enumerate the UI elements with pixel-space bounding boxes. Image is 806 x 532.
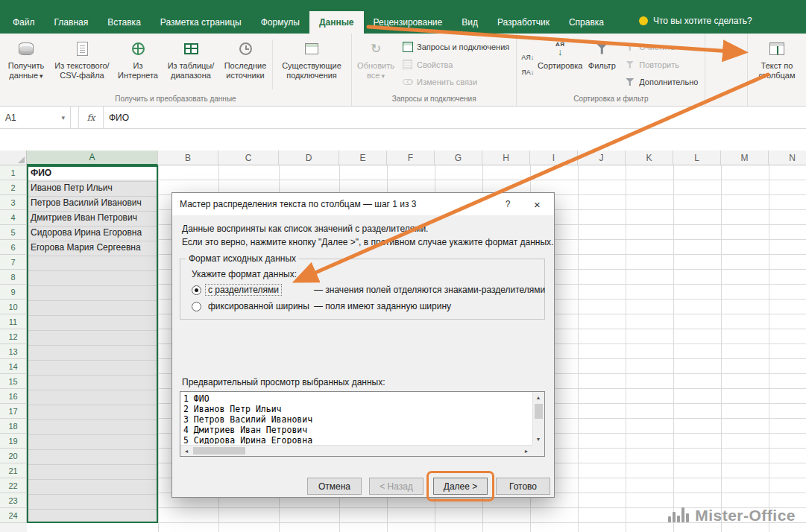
row-header-1[interactable]: 1 <box>0 165 27 180</box>
cell-A3[interactable]: Петров Василий Иванович <box>27 195 158 210</box>
next-button[interactable]: Далее > <box>433 478 488 495</box>
edit-links-button[interactable]: Изменить связи <box>399 75 512 89</box>
scroll-down-icon[interactable]: ▼ <box>532 434 544 445</box>
clear-filter-button[interactable]: Очистить <box>621 40 701 54</box>
row-header-21[interactable]: 21 <box>0 463 27 478</box>
row-header-17[interactable]: 17 <box>0 404 27 419</box>
row-header-19[interactable]: 19 <box>0 434 27 449</box>
row-header-12[interactable]: 12 <box>0 329 27 344</box>
cell-A1[interactable]: ФИО <box>27 165 158 180</box>
cancel-button[interactable]: Отмена <box>307 478 362 495</box>
reapply-filter-button[interactable]: Повторить <box>621 57 701 72</box>
ribbon-tab-file[interactable]: Файл <box>3 11 45 34</box>
tell-me[interactable]: Что вы хотите сделать? <box>639 16 752 34</box>
ribbon-tab-review[interactable]: Рецензирование <box>364 11 453 34</box>
back-button[interactable]: < Назад <box>369 478 424 495</box>
clear-filter-icon <box>626 43 634 51</box>
row-header-10[interactable]: 10 <box>0 300 27 314</box>
fixed-width-radio[interactable] <box>192 302 201 311</box>
sort-ascending-button[interactable]: АЯ↓ <box>521 54 534 61</box>
row-header-11[interactable]: 11 <box>0 314 27 329</box>
queries-connections-button[interactable]: Запросы и подключения <box>399 40 512 54</box>
from-text-csv-button[interactable]: Из текстового/ CSV-файла <box>50 35 114 94</box>
ribbon-tab-page-layout[interactable]: Разметка страницы <box>151 11 251 34</box>
scroll-right-icon[interactable]: ► <box>520 446 532 457</box>
row-header-16[interactable]: 16 <box>0 389 27 404</box>
row-header-22[interactable]: 22 <box>0 478 27 493</box>
cell-A6[interactable]: Егорова Мария Сергеевна <box>27 240 158 255</box>
ribbon-tab-help[interactable]: Справка <box>559 11 614 34</box>
row-header-9[interactable]: 9 <box>0 285 27 300</box>
row-header-24[interactable]: 24 <box>0 508 27 523</box>
delimited-radio-label[interactable]: с разделителями <box>206 285 281 295</box>
sort-descending-button[interactable]: ЯА↓ <box>521 69 534 76</box>
cell-A5[interactable]: Сидорова Ирина Егоровна <box>27 225 158 240</box>
existing-connections-button[interactable]: Существующие подключения <box>274 35 349 94</box>
get-data-button[interactable]: Получить данные▾ <box>2 35 50 94</box>
column-header-B[interactable]: B <box>158 151 218 165</box>
column-header-C[interactable]: C <box>218 151 279 165</box>
column-header-G[interactable]: G <box>435 151 482 165</box>
row-header-15[interactable]: 15 <box>0 374 27 389</box>
scroll-up-icon[interactable]: ▲ <box>532 392 544 403</box>
preview-horizontal-scrollbar[interactable]: ◄ ► <box>180 445 532 456</box>
close-icon[interactable]: × <box>520 193 554 215</box>
ribbon-tab-formulas[interactable]: Формулы <box>251 11 309 34</box>
button-label: Очистить <box>639 42 675 51</box>
ribbon-tab-insert[interactable]: Вставка <box>98 11 151 34</box>
column-header-H[interactable]: H <box>482 151 530 165</box>
fixed-width-radio-label[interactable]: фиксированной ширины <box>206 301 312 311</box>
filter-button[interactable]: Фильтр <box>584 35 620 94</box>
column-header-M[interactable]: M <box>721 151 769 165</box>
delimited-radio[interactable] <box>192 285 201 295</box>
row-header-13[interactable]: 13 <box>0 344 27 359</box>
column-header-E[interactable]: E <box>339 151 387 165</box>
row-header-8[interactable]: 8 <box>0 270 27 285</box>
preview-vertical-scrollbar[interactable]: ▲ ▼ <box>532 392 544 445</box>
row-header-2[interactable]: 2 <box>0 180 27 195</box>
cell-A4[interactable]: Дмитриев Иван Петрович <box>27 210 158 225</box>
row-header-18[interactable]: 18 <box>0 419 27 434</box>
row-header-20[interactable]: 20 <box>0 449 27 463</box>
help-button[interactable]: ? <box>495 193 520 215</box>
select-all-corner[interactable] <box>0 151 27 165</box>
ribbon-tab-developer[interactable]: Разработчик <box>488 11 559 34</box>
chevron-down-icon[interactable]: ▾ <box>61 114 65 121</box>
finish-button[interactable]: Готово <box>496 478 550 495</box>
text-to-columns-button[interactable]: Текст по столбцам <box>750 35 804 94</box>
vertical-scrollbar-thumb[interactable] <box>535 404 543 419</box>
column-header-A[interactable]: A <box>27 151 158 165</box>
row-header-23[interactable]: 23 <box>0 493 27 508</box>
column-header-J[interactable]: J <box>578 151 626 165</box>
column-header-I[interactable]: I <box>530 151 578 165</box>
ribbon-tab-bar: ФайлГлавнаяВставкаРазметка страницыФорму… <box>0 0 806 34</box>
sort-button[interactable]: АЯ↓ Сортировка <box>536 35 584 94</box>
insert-function-button[interactable]: fx <box>79 107 104 128</box>
from-web-button[interactable]: Из Интернета <box>114 35 162 94</box>
refresh-all-button[interactable]: ↻ Обновить все▾ <box>354 35 397 94</box>
name-box[interactable]: A1 ▾ <box>0 107 71 128</box>
ribbon-tab-home[interactable]: Главная <box>45 11 98 34</box>
ribbon-tab-data[interactable]: Данные <box>309 11 364 34</box>
column-header-K[interactable]: K <box>626 151 673 165</box>
column-header-D[interactable]: D <box>279 151 339 165</box>
advanced-filter-button[interactable]: Дополнительно <box>621 75 701 89</box>
row-header-6[interactable]: 6 <box>0 240 27 255</box>
delimited-radio-desc: — значения полей отделяются знаками-разд… <box>314 285 545 295</box>
column-header-F[interactable]: F <box>387 151 435 165</box>
row-header-3[interactable]: 3 <box>0 195 27 210</box>
row-header-4[interactable]: 4 <box>0 210 27 225</box>
cell-A2[interactable]: Иванов Петр Ильич <box>27 180 158 195</box>
recent-sources-button[interactable]: Последние источники <box>220 35 271 94</box>
formula-input[interactable]: ФИО <box>104 107 806 128</box>
column-header-N[interactable]: N <box>769 151 806 165</box>
horizontal-scrollbar-thumb[interactable] <box>193 447 245 455</box>
column-header-L[interactable]: L <box>673 151 721 165</box>
row-header-7[interactable]: 7 <box>0 255 27 270</box>
from-table-range-button[interactable]: Из таблицы/ диапазона <box>162 35 220 94</box>
properties-button[interactable]: Свойства <box>399 57 512 72</box>
row-header-14[interactable]: 14 <box>0 359 27 374</box>
scroll-left-icon[interactable]: ◄ <box>180 446 192 457</box>
row-header-5[interactable]: 5 <box>0 225 27 240</box>
ribbon-tab-view[interactable]: Вид <box>452 11 488 34</box>
